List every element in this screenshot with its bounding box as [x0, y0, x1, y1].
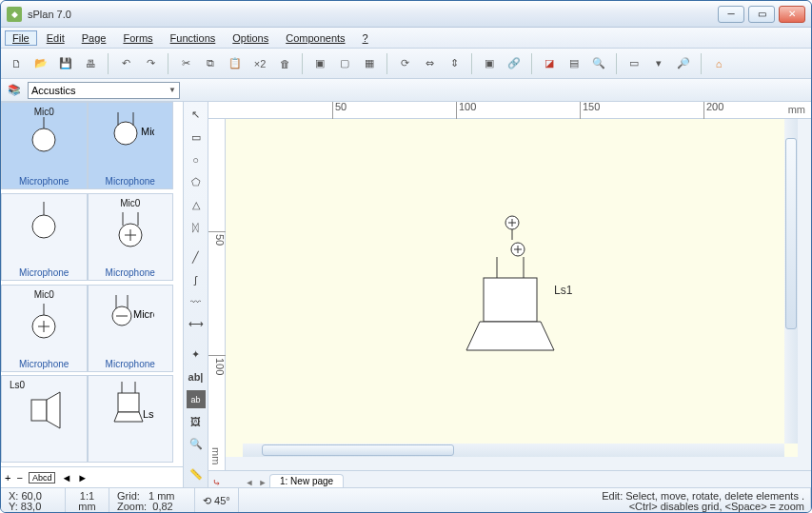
svg-text:Ls0: Ls0: [143, 408, 154, 420]
drawing-canvas[interactable]: Ls1: [226, 119, 811, 470]
menu-file[interactable]: File: [5, 30, 37, 46]
svg-rect-26: [118, 393, 139, 412]
menu-edit[interactable]: Edit: [39, 30, 72, 46]
menu-forms[interactable]: Forms: [115, 30, 160, 46]
svg-marker-39: [466, 322, 554, 350]
tool-node[interactable]: ✦: [187, 345, 206, 365]
tool-triangle[interactable]: △: [187, 195, 206, 214]
delete-icon[interactable]: 🗑: [273, 52, 296, 75]
component-cell[interactable]: Microphone Microphone: [88, 285, 174, 372]
send-back-icon[interactable]: ▢: [333, 52, 356, 75]
list-icon[interactable]: ▤: [563, 52, 585, 75]
component-cell[interactable]: Microphone: [1, 193, 88, 281]
library-bar: 📚 Accustics ▼: [1, 79, 811, 102]
menu-options[interactable]: Options: [225, 30, 276, 46]
maximize-button[interactable]: ▭: [748, 6, 775, 23]
sidebar-labels-toggle[interactable]: Abcd: [29, 472, 56, 483]
library-book-icon[interactable]: 📚: [5, 82, 24, 99]
zoom-icon[interactable]: 🔎: [672, 52, 695, 75]
library-selector-value: Accustics: [31, 85, 75, 96]
tool-circle[interactable]: ○: [187, 150, 206, 169]
duplicate-icon[interactable]: ×2: [248, 52, 271, 75]
open-file-icon[interactable]: 📂: [30, 52, 52, 75]
minimize-button[interactable]: ─: [718, 6, 744, 23]
component-sidebar: Mic0 Microphone Mic0 Microphone Micropho…: [1, 102, 184, 487]
settings-icon[interactable]: ▾: [647, 52, 670, 75]
tool-freehand[interactable]: 〰: [187, 293, 206, 312]
tool-dimension[interactable]: ⟷: [187, 315, 206, 334]
mirror-h-icon[interactable]: ⇔: [418, 52, 441, 75]
menu-components[interactable]: Components: [278, 30, 352, 46]
redo-icon[interactable]: ↷: [139, 52, 162, 75]
svg-text:Microphone: Microphone: [133, 308, 154, 320]
status-unit: mm: [73, 502, 101, 512]
new-file-icon[interactable]: 🗋: [5, 52, 28, 75]
sidebar-scrollbar[interactable]: [173, 102, 183, 466]
app-icon: ◆: [7, 7, 22, 22]
tool-column: ↖ ▭ ○ ⬠ △ ᛞ ╱ ∫ 〰 ⟷ ✦ ab| ab 🖼 🔍 📏: [184, 102, 208, 487]
component-cell[interactable]: Mic0 Microphone: [1, 102, 88, 189]
canvas-hscrollbar[interactable]: [243, 444, 784, 457]
chevron-left-icon[interactable]: ◄: [61, 472, 71, 483]
status-x: X: 60,0: [9, 491, 57, 502]
copy-icon[interactable]: ⧉: [199, 52, 222, 75]
tool-zoom[interactable]: 🔍: [187, 435, 206, 454]
group-icon[interactable]: ▣: [478, 52, 501, 75]
tool-pointer[interactable]: ↖: [187, 106, 206, 125]
link-icon[interactable]: 🔗: [503, 52, 525, 75]
svg-marker-23: [47, 392, 60, 428]
cut-icon[interactable]: ✂: [174, 52, 197, 75]
title-bar: ◆ sPlan 7.0 ─ ▭ ✕: [1, 1, 811, 28]
menu-functions[interactable]: Functions: [163, 30, 224, 46]
print-icon[interactable]: 🖶: [79, 52, 102, 75]
page-icon[interactable]: ▭: [623, 52, 645, 75]
canvas-vscrollbar[interactable]: [784, 119, 798, 444]
status-y: Y: 83,0: [9, 502, 57, 512]
tab-prev[interactable]: ◄: [243, 478, 256, 487]
home-icon[interactable]: ⌂: [707, 52, 730, 75]
find-icon[interactable]: 🔍: [587, 52, 610, 75]
ungroup-icon[interactable]: ▦: [358, 52, 381, 75]
schematic-main-label: Ls1: [554, 284, 572, 297]
window-title: sPlan 7.0: [28, 9, 718, 20]
library-selector[interactable]: Accustics ▼: [28, 82, 180, 99]
svg-rect-22: [31, 400, 47, 421]
mirror-v-icon[interactable]: ⇕: [443, 52, 465, 75]
bring-front-icon[interactable]: ▣: [308, 52, 331, 75]
menu-bar: File Edit Page Forms Functions Options C…: [1, 28, 811, 49]
chevron-right-icon[interactable]: ►: [77, 472, 88, 483]
undo-icon[interactable]: ↶: [114, 52, 137, 75]
tool-bezier[interactable]: ∫: [187, 270, 206, 289]
tab-next[interactable]: ►: [256, 478, 269, 487]
status-hint-2: <Ctrl> disables grid, <Space> = zoom: [247, 502, 804, 512]
component-cell[interactable]: Mic0 Microphone: [1, 285, 88, 372]
tool-image[interactable]: 🖼: [187, 412, 206, 431]
rotate-icon[interactable]: ⟳: [393, 52, 416, 75]
component-cell[interactable]: Ls0: [88, 375, 174, 463]
tool-rect[interactable]: ▭: [187, 128, 206, 148]
svg-point-0: [32, 128, 55, 151]
rotate-angle[interactable]: ⟲ 45°: [203, 496, 230, 506]
page-tab-1[interactable]: 1: New page: [269, 474, 344, 487]
component-cell[interactable]: Mic0 Microphone: [88, 193, 174, 281]
close-button[interactable]: ✕: [779, 6, 805, 23]
connector-icon[interactable]: ⤷: [208, 478, 224, 488]
sidebar-zoom-out[interactable]: −: [16, 472, 22, 483]
component-cell[interactable]: Ls0: [1, 375, 88, 463]
tool-line[interactable]: ╱: [187, 247, 206, 266]
paste-icon[interactable]: 📋: [224, 52, 247, 75]
status-bar: X: 60,0 Y: 83,0 1:1 mm Grid: 1 mm Zoom: …: [1, 487, 811, 513]
menu-help[interactable]: ?: [355, 30, 376, 46]
tool-label[interactable]: ab: [187, 390, 206, 409]
tool-special[interactable]: ᛞ: [187, 218, 206, 237]
save-file-icon[interactable]: 💾: [54, 52, 77, 75]
main-toolbar: 🗋 📂 💾 🖶 ↶ ↷ ✂ ⧉ 📋 ×2 🗑 ▣ ▢ ▦ ⟳ ⇔ ⇕ ▣ 🔗 ◪…: [1, 49, 811, 79]
status-scale: 1:1: [73, 491, 101, 502]
sidebar-zoom-in[interactable]: +: [5, 472, 10, 483]
tool-text[interactable]: ab|: [187, 367, 206, 386]
tool-poly[interactable]: ⬠: [187, 173, 206, 192]
menu-page[interactable]: Page: [74, 30, 114, 46]
component-cell[interactable]: Mic0 Microphone: [88, 102, 174, 189]
tool-measure[interactable]: 📏: [187, 464, 206, 483]
snap-icon[interactable]: ◪: [538, 52, 561, 75]
